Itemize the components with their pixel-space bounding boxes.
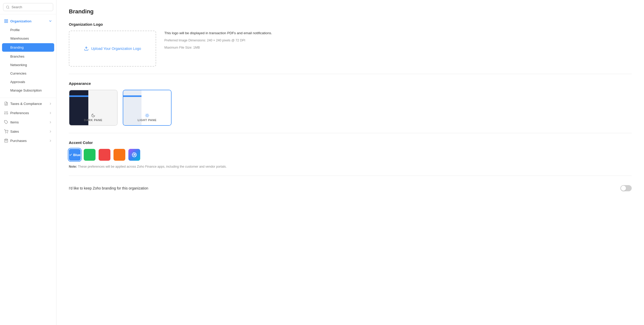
light-sidebar-accent bbox=[123, 95, 141, 97]
logo-section: Upload Your Organization Logo This logo … bbox=[69, 31, 632, 67]
chevron-right-icon-preferences bbox=[49, 111, 52, 115]
appearance-label: Appearance bbox=[69, 81, 632, 86]
accent-color-label: Accent Color bbox=[69, 140, 632, 145]
sliders-icon bbox=[4, 111, 8, 115]
svg-rect-4 bbox=[6, 21, 8, 23]
note-prefix: Note: bbox=[69, 165, 77, 168]
search-container bbox=[0, 0, 56, 14]
zoho-branding-row: I'd like to keep Zoho branding for this … bbox=[69, 183, 632, 193]
search-input[interactable] bbox=[12, 5, 50, 9]
appearance-card-light[interactable]: LIGHT PANE bbox=[123, 90, 172, 126]
building-icon bbox=[4, 19, 8, 23]
page-title: Branding bbox=[69, 8, 632, 15]
sidebar-item-warehouses[interactable]: Warehouses bbox=[0, 34, 56, 43]
sidebar-item-taxes-label: Taxes & Compliance bbox=[10, 102, 42, 106]
upload-label: Upload Your Organization Logo bbox=[91, 47, 141, 51]
logo-info: This logo will be displayed in transacti… bbox=[164, 31, 272, 50]
checkmark-icon bbox=[69, 153, 72, 156]
divider-3 bbox=[69, 176, 632, 176]
chevron-right-icon-taxes bbox=[49, 102, 52, 105]
sidebar-item-preferences-label: Preferences bbox=[10, 111, 29, 115]
svg-rect-5 bbox=[5, 21, 6, 23]
color-swatch-green[interactable] bbox=[84, 149, 96, 161]
color-swatch-orange[interactable] bbox=[113, 149, 125, 161]
svg-rect-3 bbox=[6, 20, 8, 21]
zoho-branding-section: I'd like to keep Zoho branding for this … bbox=[69, 183, 632, 193]
bag-icon bbox=[4, 139, 8, 143]
search-icon bbox=[6, 5, 10, 9]
svg-point-19 bbox=[7, 133, 8, 133]
sidebar-item-items-label: Items bbox=[10, 120, 19, 124]
svg-point-22 bbox=[146, 115, 148, 116]
toggle-knob bbox=[621, 186, 626, 191]
svg-line-25 bbox=[146, 114, 146, 114]
appearance-card-dark[interactable]: DARK PANE bbox=[69, 90, 118, 126]
appearance-cards: DARK PANE LIGHT PANE bbox=[69, 90, 632, 126]
divider-2 bbox=[69, 133, 632, 133]
sidebar-item-taxes[interactable]: Taxes & Compliance bbox=[0, 99, 56, 108]
color-swatch-red[interactable] bbox=[99, 149, 110, 161]
sidebar-item-manage-subscription[interactable]: Manage Subscription bbox=[0, 86, 56, 95]
dark-sidebar-accent bbox=[69, 95, 88, 97]
sidebar-item-branches[interactable]: Branches bbox=[0, 52, 56, 61]
sidebar-item-sales[interactable]: Sales bbox=[0, 127, 56, 136]
nav-organization-section: Organization Profile Warehouses Branding… bbox=[0, 14, 56, 97]
nav-organization-header[interactable]: Organization bbox=[0, 16, 56, 26]
sidebar-item-networking[interactable]: Networking bbox=[0, 61, 56, 69]
note-body: These preferences will be applied across… bbox=[77, 165, 227, 168]
accent-color-section: Accent Color Blue bbox=[69, 140, 632, 168]
dark-pane-label: DARK PANE bbox=[84, 119, 102, 122]
sun-icon bbox=[145, 113, 149, 118]
sidebar-item-items[interactable]: Items bbox=[0, 118, 56, 127]
search-box[interactable] bbox=[3, 3, 53, 11]
svg-line-29 bbox=[146, 116, 146, 117]
svg-line-26 bbox=[148, 116, 148, 117]
svg-line-1 bbox=[8, 8, 9, 8]
nav-divider-1 bbox=[0, 98, 56, 98]
logo-upload-inner: Upload Your Organization Logo bbox=[84, 46, 141, 51]
tag-icon bbox=[4, 120, 8, 124]
logo-upload-box[interactable]: Upload Your Organization Logo bbox=[69, 31, 156, 67]
org-logo-label: Organization Logo bbox=[69, 22, 632, 26]
main-content: Branding Organization Logo Upload Your O… bbox=[56, 0, 644, 325]
sidebar-item-purchases[interactable]: Purchases bbox=[0, 136, 56, 145]
chevron-right-icon-sales bbox=[49, 130, 52, 133]
svg-line-30 bbox=[148, 114, 148, 114]
sidebar: Organization Profile Warehouses Branding… bbox=[0, 0, 56, 325]
zoho-branding-label: I'd like to keep Zoho branding for this … bbox=[69, 186, 148, 190]
sidebar-item-sales-label: Sales bbox=[10, 130, 19, 133]
light-pane-label: LIGHT PANE bbox=[138, 119, 157, 122]
svg-point-18 bbox=[5, 133, 6, 133]
color-swatch-blue[interactable]: Blue bbox=[69, 149, 81, 161]
sidebar-item-profile[interactable]: Profile bbox=[0, 26, 56, 34]
sidebar-item-preferences[interactable]: Preferences bbox=[0, 108, 56, 118]
chevron-down-icon bbox=[49, 19, 52, 23]
logo-info-dimensions: Preferred Image Dimensions: 240 × 240 pi… bbox=[164, 38, 272, 43]
nav-organization-label: Organization bbox=[10, 19, 32, 23]
color-blue-label: Blue bbox=[73, 153, 80, 157]
zoho-branding-toggle[interactable] bbox=[620, 185, 632, 191]
moon-icon bbox=[91, 113, 95, 118]
sidebar-item-currencies[interactable]: Currencies bbox=[0, 69, 56, 78]
svg-rect-2 bbox=[5, 20, 6, 21]
accent-colors: Blue bbox=[69, 149, 632, 161]
logo-info-primary: This logo will be displayed in transacti… bbox=[164, 31, 272, 36]
chevron-right-icon-items bbox=[49, 121, 52, 124]
sidebar-item-approvals[interactable]: Approvals bbox=[0, 78, 56, 86]
organization-logo-section: Organization Logo Upload Your Organizati… bbox=[69, 22, 632, 67]
divider-1 bbox=[69, 74, 632, 74]
cart-icon bbox=[4, 129, 8, 133]
sidebar-item-branding[interactable]: Branding bbox=[2, 43, 54, 52]
chevron-right-icon-purchases bbox=[49, 139, 52, 142]
palette-icon bbox=[132, 152, 137, 157]
accent-color-note: Note: These preferences will be applied … bbox=[69, 165, 632, 168]
color-swatch-custom[interactable] bbox=[128, 149, 140, 161]
appearance-section: Appearance DARK PANE bbox=[69, 81, 632, 126]
receipt-icon bbox=[4, 102, 8, 106]
sidebar-item-purchases-label: Purchases bbox=[10, 139, 27, 143]
upload-icon bbox=[84, 46, 89, 51]
logo-info-filesize: Maximum File Size: 1MB bbox=[164, 45, 272, 50]
